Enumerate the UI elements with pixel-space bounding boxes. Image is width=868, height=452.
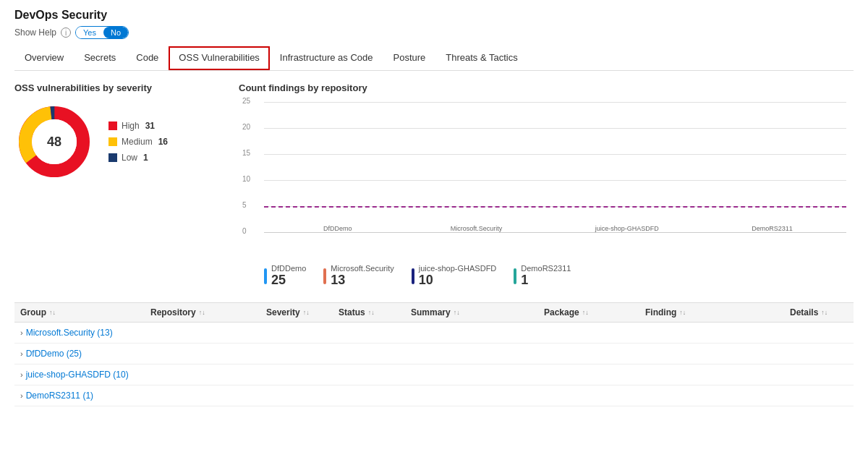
legend-demors-bar: [514, 268, 516, 284]
expand-icon-1[interactable]: ›: [20, 349, 23, 358]
donut-total: 48: [47, 135, 61, 150]
th-package-label: Package: [544, 307, 579, 317]
th-group: Group ↑↓: [20, 307, 150, 317]
bar-dfddemo-label: DfDDemo: [323, 225, 352, 232]
expand-icon-3[interactable]: ›: [20, 391, 23, 400]
legend-juiceshop-info: juice-shop-GHASDFD 10: [419, 264, 497, 288]
legend-microsoft-name: Microsoft.Security: [331, 264, 393, 273]
legend-high: High 31: [109, 121, 168, 131]
th-repository-label: Repository: [150, 307, 196, 317]
th-repository-sort[interactable]: ↑↓: [199, 309, 205, 316]
legend-microsoft: Microsoft.Security 13: [323, 264, 393, 288]
legend-high-color: [109, 121, 117, 130]
tab-posture[interactable]: Posture: [383, 46, 435, 70]
bars-container: DfDDemo Microsoft.Security juice-shop-GH…: [264, 102, 846, 232]
th-group-label: Group: [20, 307, 46, 317]
row-label-3: DemoRS2311 (1): [26, 391, 93, 401]
legend-low-label: Low: [122, 153, 137, 163]
page-container: DevOps Security Show Help i Yes No Overv…: [0, 0, 868, 415]
th-severity-label: Severity: [266, 307, 300, 317]
th-finding-label: Finding: [645, 307, 676, 317]
bar-demors: DemoRS2311: [752, 223, 793, 232]
row-label-0: Microsoft.Security (13): [26, 328, 113, 338]
grid-0: 0: [264, 232, 846, 233]
th-finding: Finding ↑↓: [645, 307, 790, 317]
legend-demors-count: 1: [521, 273, 571, 288]
expand-icon-2[interactable]: ›: [20, 370, 23, 379]
bar-chart-title: Count findings by repository: [239, 82, 854, 93]
table-row[interactable]: › Microsoft.Security (13): [14, 323, 854, 344]
legend-dfddemo: DfDDemo 25: [264, 264, 306, 288]
bar-juiceshop: juice-shop-GHASDFD: [595, 223, 659, 232]
legend-dfddemo-name: DfDDemo: [271, 264, 306, 273]
donut-title: OSS vulnerabilities by severity: [14, 82, 217, 93]
chart-legend: DfDDemo 25 Microsoft.Security 13 juice-s…: [264, 264, 854, 288]
legend-dfddemo-bar: [264, 268, 267, 284]
legend-demors: DemoRS2311 1: [514, 264, 571, 288]
legend-demors-name: DemoRS2311: [521, 264, 571, 273]
th-group-sort[interactable]: ↑↓: [49, 309, 56, 316]
legend-dfddemo-count: 25: [271, 273, 306, 288]
row-label-1: DfDDemo (25): [26, 349, 82, 359]
tab-threats[interactable]: Threats & Tactics: [435, 46, 527, 70]
legend-juiceshop-name: juice-shop-GHASDFD: [419, 264, 497, 273]
show-help-label: Show Help: [14, 27, 56, 38]
th-details-label: Details: [790, 307, 818, 317]
legend-high-label: High: [122, 121, 140, 131]
tab-secrets[interactable]: Secrets: [74, 46, 126, 70]
legend-high-count: 31: [145, 121, 155, 131]
legend-juiceshop-count: 10: [419, 273, 497, 288]
th-package-sort[interactable]: ↑↓: [582, 309, 589, 316]
donut-panel: OSS vulnerabilities by severity 48: [14, 82, 217, 288]
legend-medium-count: 16: [158, 137, 168, 147]
help-toggle[interactable]: Yes No: [75, 26, 129, 39]
donut-legend: High 31 Medium 16 Low 1: [109, 121, 168, 163]
legend-low-count: 1: [143, 153, 148, 163]
legend-microsoft-info: Microsoft.Security 13: [331, 264, 393, 288]
legend-medium: Medium 16: [109, 137, 168, 147]
toggle-no[interactable]: No: [103, 27, 128, 38]
legend-juiceshop: juice-shop-GHASDFD 10: [412, 264, 497, 288]
legend-dfddemo-info: DfDDemo 25: [271, 264, 306, 288]
bar-microsoft: Microsoft.Security: [451, 223, 503, 232]
legend-demors-info: DemoRS2311 1: [521, 264, 571, 288]
donut-area: 48 High 31 Medium 16 Low: [14, 102, 217, 182]
legend-microsoft-bar: [323, 268, 326, 284]
bar-chart-wrapper: 25 20 15 10: [239, 102, 854, 261]
legend-medium-color: [109, 137, 117, 146]
donut-chart: 48: [14, 102, 94, 182]
table-section: Group ↑↓ Repository ↑↓ Severity ↑↓ Statu…: [14, 302, 854, 406]
dashed-avg-line: [264, 206, 846, 208]
bar-juiceshop-label: juice-shop-GHASDFD: [595, 225, 659, 232]
help-info-icon[interactable]: i: [61, 27, 71, 38]
th-finding-sort[interactable]: ↑↓: [679, 309, 686, 316]
th-severity-sort[interactable]: ↑↓: [303, 309, 310, 316]
grid-area: 25 20 15 10: [264, 102, 846, 232]
legend-microsoft-count: 13: [331, 273, 393, 288]
tab-oss[interactable]: OSS Vulnerabilities: [169, 46, 270, 70]
chart-area: 25 20 15 10: [239, 102, 854, 232]
show-help-row: Show Help i Yes No: [14, 26, 854, 39]
th-status-label: Status: [339, 307, 365, 317]
y-label-10: 10: [242, 175, 250, 183]
tab-iac[interactable]: Infrastructure as Code: [270, 46, 383, 70]
table-row[interactable]: › juice-shop-GHASDFD (10): [14, 364, 854, 385]
th-details-sort[interactable]: ↑↓: [821, 309, 827, 316]
legend-low: Low 1: [109, 153, 168, 163]
th-details: Details ↑↓: [790, 307, 848, 317]
th-status-sort[interactable]: ↑↓: [368, 309, 375, 316]
toggle-yes[interactable]: Yes: [76, 27, 103, 38]
th-summary-sort[interactable]: ↑↓: [454, 309, 460, 316]
y-label-0: 0: [242, 227, 247, 235]
y-label-15: 15: [242, 149, 250, 157]
expand-icon-0[interactable]: ›: [20, 328, 23, 337]
legend-juiceshop-bar: [412, 268, 414, 284]
content-area: OSS vulnerabilities by severity 48: [14, 82, 854, 288]
table-row[interactable]: › DemoRS2311 (1): [14, 385, 854, 406]
tab-overview[interactable]: Overview: [14, 46, 74, 70]
y-label-25: 25: [242, 97, 250, 105]
page-title: DevOps Security: [14, 9, 854, 22]
tab-code[interactable]: Code: [126, 46, 169, 70]
bar-dfddemo: DfDDemo: [318, 223, 357, 232]
table-row[interactable]: › DfDDemo (25): [14, 344, 854, 364]
